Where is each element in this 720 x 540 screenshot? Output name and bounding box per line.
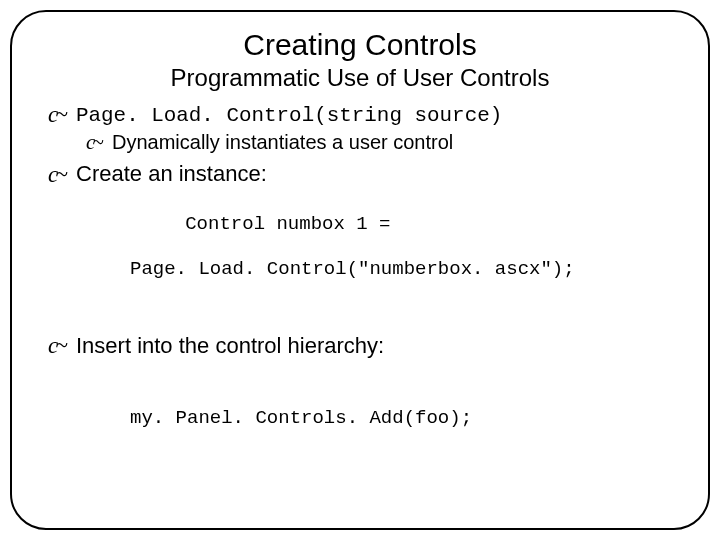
code-line: Page. Load. Control("numberbox. ascx"); — [94, 258, 680, 281]
bullet-item-insert-hierarchy: c~ Insert into the control hierarchy: my… — [48, 333, 680, 475]
bullet-item-loadcontrol: c~ Page. Load. Control(string source) c~… — [48, 101, 680, 155]
sub-bullet-text: Dynamically instantiates a user control — [112, 131, 453, 153]
slide-subtitle: Programmatic Use of User Controls — [40, 65, 680, 91]
bullet-item-create-instance: c~ Create an instance: Control numbox 1 … — [48, 161, 680, 326]
sub-bullet-list: c~ Dynamically instantiates a user contr… — [76, 130, 680, 155]
code-block-insert: my. Panel. Controls. Add(foo); — [94, 361, 680, 475]
slide-frame: Creating Controls Programmatic Use of Us… — [10, 10, 710, 530]
code-block-create: Control numbox 1 = Page. Load. Control("… — [94, 190, 680, 327]
bullet-icon: c~ — [48, 334, 65, 357]
bullet-icon: c~ — [48, 163, 65, 186]
bullet-text: Create an instance: — [76, 161, 267, 186]
slide-title: Creating Controls — [40, 28, 680, 61]
bullet-list: c~ Page. Load. Control(string source) c~… — [40, 101, 680, 475]
bullet-icon: c~ — [86, 132, 101, 153]
bullet-text: Page. Load. Control(string source) — [76, 104, 502, 127]
code-line: Control numbox 1 = — [185, 213, 390, 235]
code-line: my. Panel. Controls. Add(foo); — [94, 407, 680, 430]
bullet-icon: c~ — [48, 103, 65, 126]
bullet-text: Insert into the control hierarchy: — [76, 333, 384, 358]
sub-bullet-item-dynamic: c~ Dynamically instantiates a user contr… — [86, 130, 680, 155]
